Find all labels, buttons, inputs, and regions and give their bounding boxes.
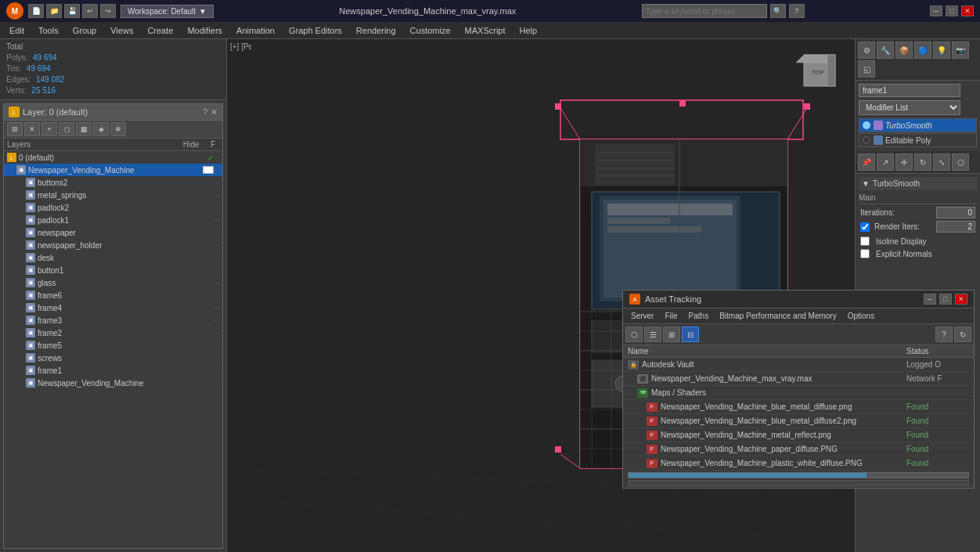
maximize-button[interactable]: □: [946, 5, 958, 16]
menu-customize[interactable]: Customize: [404, 24, 457, 37]
layer-tool-add[interactable]: +: [41, 122, 57, 136]
asset-tool-2[interactable]: ☰: [644, 327, 661, 342]
layer-item[interactable]: ▣ button1 ···: [4, 264, 222, 276]
layer-item[interactable]: ▣ Newspaper_Vending_Machine ···: [4, 164, 222, 176]
asset-tool-4[interactable]: ⊟: [682, 327, 699, 342]
asset-menu-options[interactable]: Options: [843, 310, 879, 322]
asset-row[interactable]: F Newspaper_Vending_Machine_blue_metal_d…: [623, 400, 974, 414]
asset-minimize-btn[interactable]: ─: [924, 294, 936, 305]
search-icon[interactable]: 🔍: [770, 4, 786, 18]
right-icon-1[interactable]: ⚙: [858, 41, 875, 59]
layer-item[interactable]: L 0 (default) ✓ ···: [4, 151, 222, 164]
menu-group[interactable]: Group: [67, 24, 103, 37]
layer-item[interactable]: ▣ padlock2 ···: [4, 201, 222, 214]
layer-tool-new[interactable]: ⊞: [7, 122, 23, 136]
pin-icon[interactable]: 📌: [858, 153, 875, 171]
asset-row[interactable]: F Newspaper_Vending_Machine_paper_diffus…: [623, 442, 974, 456]
menu-modifiers[interactable]: Modifiers: [181, 24, 229, 37]
layer-panel-help[interactable]: ?: [203, 107, 207, 117]
menu-edit[interactable]: Edit: [3, 24, 31, 37]
rotate-icon[interactable]: ↻: [914, 153, 931, 171]
asset-menu-server[interactable]: Server: [626, 310, 658, 322]
workspace-button[interactable]: Workspace: Default ▼: [121, 5, 214, 18]
isoline-checkbox[interactable]: [860, 236, 870, 246]
help-icon[interactable]: ?: [789, 4, 805, 18]
render-iters-input[interactable]: [936, 221, 975, 233]
asset-tool-help[interactable]: ?: [935, 327, 953, 342]
modifier-list-dropdown[interactable]: Modifier List: [859, 100, 960, 115]
redo-icon[interactable]: ↪: [100, 4, 116, 18]
menu-animation[interactable]: Animation: [230, 24, 281, 37]
layer-tool-hide[interactable]: ◈: [93, 122, 109, 136]
layer-item[interactable]: ▣ metal_springs ···: [4, 189, 222, 201]
asset-row[interactable]: ⬛ Newspaper_Vending_Machine_max_vray.max…: [623, 372, 974, 386]
nav-cube[interactable]: TOP: [796, 47, 847, 98]
explicit-normals-checkbox[interactable]: [860, 249, 870, 258]
layer-item[interactable]: ▣ frame3 ···: [4, 314, 222, 327]
right-icon-2[interactable]: 🔧: [877, 41, 894, 59]
layer-item[interactable]: ▣ frame4 ···: [4, 301, 222, 314]
layer-item[interactable]: ▣ frame1 ···: [4, 364, 222, 377]
select-icon[interactable]: ↗: [877, 153, 894, 171]
asset-maximize-btn[interactable]: □: [939, 294, 952, 305]
right-icon-4[interactable]: 🔵: [914, 41, 931, 59]
render-iters-checkbox[interactable]: [860, 222, 870, 232]
modifier-editablepoly[interactable]: Editable Poly: [859, 133, 977, 147]
asset-close-btn[interactable]: ✕: [955, 294, 967, 305]
move-icon[interactable]: ✛: [895, 153, 913, 171]
minimize-button[interactable]: ─: [930, 5, 942, 16]
right-icon-3[interactable]: 📦: [895, 41, 913, 59]
asset-tool-refresh[interactable]: ↻: [954, 327, 971, 342]
asset-menu-file[interactable]: File: [660, 310, 682, 322]
ts-collapse-icon[interactable]: ▼: [862, 179, 870, 188]
layer-item[interactable]: ▣ buttons2 ···: [4, 176, 222, 189]
object-name-input[interactable]: [859, 84, 960, 97]
asset-row-icon: F: [647, 459, 658, 468]
layer-item[interactable]: ▣ frame6 ···: [4, 289, 222, 301]
layer-tool-move[interactable]: ▦: [76, 122, 92, 136]
asset-tool-1[interactable]: ⬡: [625, 327, 643, 342]
right-icon-6[interactable]: 📷: [952, 41, 969, 59]
asset-row[interactable]: 🗺 Maps / Shaders: [623, 386, 974, 400]
search-input[interactable]: [642, 4, 767, 18]
layer-panel-close[interactable]: ✕: [211, 107, 218, 117]
menu-create[interactable]: Create: [141, 24, 179, 37]
menu-help[interactable]: Help: [513, 24, 544, 37]
menu-views[interactable]: Views: [104, 24, 139, 37]
asset-row[interactable]: 🔒 Autodesk Vault Logged O: [623, 358, 974, 372]
layer-item[interactable]: ▣ padlock1 ···: [4, 214, 222, 226]
open-icon[interactable]: 📁: [46, 4, 62, 18]
layer-item[interactable]: ▣ screws ···: [4, 352, 222, 364]
asset-menu-paths[interactable]: Paths: [684, 310, 714, 322]
menu-maxscript[interactable]: MAXScript: [459, 24, 512, 37]
asset-row[interactable]: F Newspaper_Vending_Machine_plastic_whit…: [623, 456, 974, 471]
layer-item[interactable]: ▣ desk ···: [4, 251, 222, 264]
layer-tool-delete[interactable]: ✕: [24, 122, 40, 136]
menu-rendering[interactable]: Rendering: [350, 24, 402, 37]
layer-item[interactable]: ▣ newspaper ···: [4, 226, 222, 239]
layer-item[interactable]: ▣ Newspaper_Vending_Machine ···: [4, 377, 222, 389]
right-icon-5[interactable]: 💡: [933, 41, 950, 59]
close-button[interactable]: ✕: [961, 5, 974, 16]
asset-tool-3[interactable]: ⊞: [663, 327, 680, 342]
undo-icon[interactable]: ↩: [82, 4, 98, 18]
menu-graph-editors[interactable]: Graph Editors: [283, 24, 348, 37]
new-icon[interactable]: 📄: [28, 4, 44, 18]
layer-tool-select[interactable]: ◻: [59, 122, 74, 136]
layer-tool-freeze[interactable]: ❄: [110, 122, 126, 136]
layer-item[interactable]: ▣ newspaper_holder ···: [4, 239, 222, 251]
ref-icon[interactable]: ⬡: [952, 153, 969, 171]
modifier-turbosmooth[interactable]: TurboSmooth: [859, 118, 977, 132]
right-icon-shape[interactable]: ◱: [858, 60, 875, 78]
save-icon[interactable]: 💾: [64, 4, 80, 18]
layer-item[interactable]: ▣ glass ···: [4, 276, 222, 289]
workspace-label: Workspace: Default: [128, 7, 196, 16]
iterations-input[interactable]: [936, 207, 975, 218]
layer-item[interactable]: ▣ frame2 ···: [4, 327, 222, 339]
menu-tools[interactable]: Tools: [32, 24, 65, 37]
asset-menu-bitmap[interactable]: Bitmap Performance and Memory: [715, 310, 841, 322]
asset-row[interactable]: F Newspaper_Vending_Machine_blue_metal_d…: [623, 414, 974, 428]
scale-icon[interactable]: ⤡: [933, 153, 950, 171]
layer-item[interactable]: ▣ frame5 ···: [4, 339, 222, 352]
asset-row[interactable]: F Newspaper_Vending_Machine_metal_reflec…: [623, 428, 974, 442]
